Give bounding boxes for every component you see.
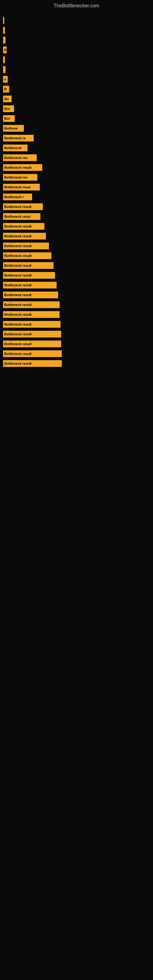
bar-row: Bottleneck result [3, 222, 150, 231]
bar-row: Bottleneck result [3, 359, 150, 368]
bar-label: Bottleneck result [4, 254, 32, 258]
bar-row [3, 36, 150, 45]
bar-item: Bottleneck result [3, 350, 62, 357]
bar-item [3, 17, 4, 24]
bar-item: Bo [3, 95, 12, 102]
bar-item: Bottleneck re [3, 135, 33, 142]
bar-item: Bottleneck result [3, 331, 61, 337]
bar-label: Bottleneck result [4, 224, 32, 228]
bar-label: Bottleneck result [4, 313, 32, 317]
bar-label: R [4, 48, 7, 52]
bar-item: Bottlene [3, 125, 24, 132]
bar-item: Bottleneck result [3, 164, 42, 171]
bar-row: Bottleneck result [3, 301, 150, 309]
bar-item: e [3, 76, 8, 83]
bar-item: Bottleneck result [3, 321, 61, 328]
bar-item [3, 27, 5, 34]
bar-item: Bottleneck [3, 145, 27, 151]
bar-item [3, 66, 5, 73]
bar-row [3, 65, 150, 74]
bar-row: R [3, 46, 150, 54]
bar-row: Bottleneck r [3, 192, 150, 201]
bar-row: Bottleneck result [3, 291, 150, 299]
bar-item: Bottleneck result [3, 301, 60, 308]
bar-item: Bottleneck result [3, 311, 60, 318]
bar-item: Bottleneck result [3, 233, 46, 240]
bar-item: Bottleneck result [3, 243, 49, 249]
bar-label: Bottleneck result [4, 234, 32, 238]
bar-row: Bottleneck result [3, 330, 150, 339]
bar-label: Bottleneck result [4, 283, 32, 287]
bar-item: Bottleneck result [3, 340, 61, 347]
bar-item: Bottleneck r [3, 194, 32, 200]
bar-row: Bottleneck result [3, 340, 150, 348]
bar-row: Bottleneck result [3, 310, 150, 319]
bar-label: Bot [4, 107, 10, 111]
bar-item: Bottleneck result [3, 223, 45, 230]
bar-row: Bottleneck result [3, 242, 150, 250]
bar-label: Bottleneck result [4, 362, 32, 365]
bar-label: B [4, 87, 7, 91]
bar-row: Bottleneck result [3, 232, 150, 240]
bar-item: Bottleneck resul [3, 184, 40, 191]
bar-row: Bottleneck result [3, 350, 150, 358]
bar-item: Bottleneck result [3, 282, 57, 288]
bar-item: Bottleneck res [3, 154, 37, 161]
bar-label: Bottleneck resul [4, 185, 30, 189]
bar-item [3, 56, 5, 63]
bar-label: Bottleneck res [4, 156, 27, 159]
bar-label: Bottleneck r [4, 195, 24, 199]
bar-label: Bottleneck [4, 146, 21, 150]
bar-row: Bottleneck result [3, 320, 150, 329]
bar-row: e [3, 75, 150, 84]
bar-label: e [4, 78, 6, 81]
bar-row: Bottlene [3, 124, 150, 133]
bar-row: Bo [3, 95, 150, 103]
bar-row: Bottleneck res [3, 153, 150, 162]
bar-item: B [3, 86, 9, 92]
bar-item: Bottleneck result [3, 252, 51, 259]
bar-row: Bot [3, 105, 150, 113]
bar-item: Bottleneck result [3, 262, 54, 269]
bars-container: ReBBoBotBotBottleneBottleneck reBottlene… [0, 10, 153, 372]
bar-row: Bottleneck result [3, 202, 150, 211]
bar-row: Bottleneck result [3, 251, 150, 260]
bar-label: Bottleneck result [4, 264, 32, 267]
bar-label: Bottleneck re [4, 136, 26, 140]
bar-label: Bottleneck result [4, 274, 32, 277]
bar-item: Bot [3, 105, 14, 112]
bar-item: Bottleneck result [3, 272, 55, 279]
bar-item: R [3, 46, 7, 53]
bar-item: Bot [3, 115, 15, 122]
bar-label: Bot [4, 117, 10, 120]
bar-label: Bottlene [4, 126, 18, 130]
bar-row: B [3, 85, 150, 94]
bar-item: Bottleneck resul [3, 213, 40, 220]
bar-label: Bottleneck result [4, 323, 32, 326]
site-title: TheBottlenecker.com [0, 0, 153, 10]
bar-item: Bottleneck result [3, 360, 62, 367]
bar-label: Bottleneck result [4, 352, 32, 356]
bar-label: Bottleneck result [4, 166, 32, 169]
bar-item: Bottleneck result [3, 291, 58, 298]
bar-row: Bottleneck result [3, 261, 150, 270]
bar-label: Bottleneck result [4, 244, 32, 248]
bar-label: Bottleneck result [4, 303, 32, 307]
site-title-container: TheBottlenecker.com [0, 0, 153, 10]
bar-row [3, 16, 150, 25]
bar-label: Bottleneck result [4, 205, 32, 208]
bar-item: Bottleneck res [3, 174, 37, 181]
bar-label: Bottleneck resul [4, 215, 30, 218]
bar-label: Bottleneck result [4, 342, 32, 346]
bar-row: Bottleneck resul [3, 183, 150, 191]
bar-item: Bottleneck result [3, 204, 43, 210]
bar-row: Bottleneck [3, 144, 150, 152]
bar-label: Bo [4, 97, 9, 101]
bar-row: Bottleneck result [3, 281, 150, 290]
bar-row: Bottleneck result [3, 163, 150, 172]
bar-row: Bottleneck resul [3, 212, 150, 221]
bar-label: Bottleneck res [4, 175, 27, 179]
bar-item [3, 37, 5, 43]
bar-label: Bottleneck result [4, 293, 32, 297]
bar-label: Bottleneck result [4, 332, 32, 336]
